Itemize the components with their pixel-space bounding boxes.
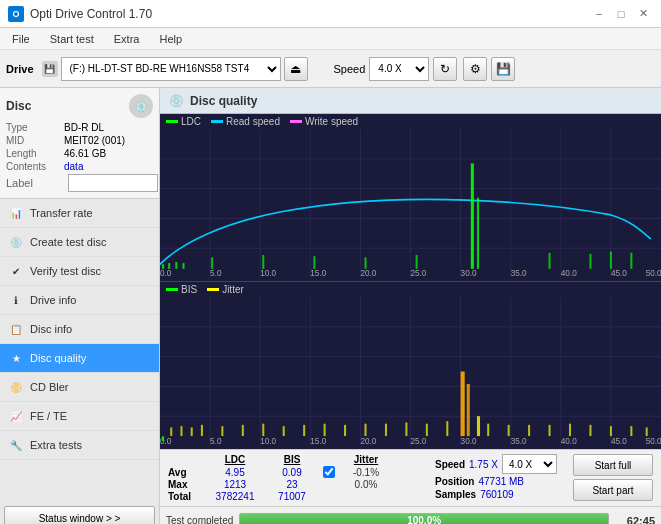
bis-legend-dot (166, 288, 178, 291)
sidebar-item-label-drive-info: Drive info (30, 294, 76, 306)
stats-avg-row: Avg 4.95 0.09 -0.1% (168, 466, 427, 478)
svg-text:0.0: 0.0 (160, 435, 171, 446)
svg-rect-39 (162, 264, 164, 269)
sidebar-item-fe-te[interactable]: 📈 FE / TE (0, 402, 159, 431)
read-speed-legend-label: Read speed (226, 116, 280, 127)
disc-header: Disc 💿 (6, 94, 153, 118)
svg-rect-115 (589, 425, 591, 436)
disc-title: Disc (6, 99, 31, 113)
svg-rect-50 (549, 253, 551, 269)
svg-text:45.0: 45.0 (611, 267, 627, 278)
svg-text:40.0: 40.0 (561, 435, 577, 446)
sidebar-item-disc-quality[interactable]: ★ Disc quality (0, 344, 159, 373)
close-button[interactable]: ✕ (633, 5, 653, 23)
svg-text:50.0 GB: 50.0 GB (646, 267, 661, 278)
sidebar-item-cd-bler[interactable]: 📀 CD Bler (0, 373, 159, 402)
disc-section: Disc 💿 Type BD-R DL MID MEIT02 (001) Len… (0, 88, 159, 199)
svg-rect-97 (221, 426, 223, 436)
disc-length-label: Length (6, 148, 64, 159)
samples-row: Samples 760109 (435, 489, 565, 500)
extra-tests-icon: 🔧 (8, 437, 24, 453)
svg-rect-41 (175, 262, 177, 269)
disc-info-icon: 📋 (8, 321, 24, 337)
position-info: Speed 1.75 X 4.0 X Position 47731 MB Sam… (435, 454, 565, 500)
eject-button[interactable]: ⏏ (284, 57, 308, 81)
status-window-button[interactable]: Status window > > (4, 506, 155, 524)
main-layout: Disc 💿 Type BD-R DL MID MEIT02 (001) Len… (0, 88, 661, 524)
sidebar-item-drive-info[interactable]: ℹ Drive info (0, 286, 159, 315)
window-controls: − □ ✕ (589, 5, 653, 23)
speed-label: Speed (334, 63, 366, 75)
stats-avg-label: Avg (168, 467, 203, 478)
menu-bar: File Start test Extra Help (0, 28, 661, 50)
jitter-checkbox[interactable] (323, 466, 335, 478)
disc-type-label: Type (6, 122, 64, 133)
disc-mid-value: MEIT02 (001) (64, 135, 125, 146)
stats-total-label: Total (168, 491, 203, 502)
menu-start-test[interactable]: Start test (42, 31, 102, 47)
speed-select[interactable]: 4.0 X (369, 57, 429, 81)
sidebar-item-disc-info[interactable]: 📋 Disc info (0, 315, 159, 344)
drive-select[interactable]: (F:) HL-DT-ST BD-RE WH16NS58 TST4 (61, 57, 281, 81)
maximize-button[interactable]: □ (611, 5, 631, 23)
svg-text:15.0: 15.0 (310, 267, 326, 278)
cd-bler-icon: 📀 (8, 379, 24, 395)
label-input[interactable] (68, 174, 158, 192)
speed-dropdown[interactable]: 4.0 X (502, 454, 557, 474)
start-part-button[interactable]: Start part (573, 479, 653, 501)
sidebar-item-transfer-rate[interactable]: 📊 Transfer rate (0, 199, 159, 228)
svg-rect-103 (344, 425, 346, 436)
app-title: Opti Drive Control 1.70 (30, 7, 152, 21)
svg-text:20.0: 20.0 (360, 267, 376, 278)
svg-rect-47 (313, 256, 315, 269)
svg-rect-112 (528, 425, 530, 436)
svg-rect-104 (364, 424, 366, 436)
disc-contents-row: Contents data (6, 161, 153, 172)
menu-file[interactable]: File (4, 31, 38, 47)
toolbar: Drive 💾 (F:) HL-DT-ST BD-RE WH16NS58 TST… (0, 50, 661, 88)
sidebar-item-label-disc-quality: Disc quality (30, 352, 86, 364)
verify-test-disc-icon: ✔ (8, 263, 24, 279)
sidebar-item-extra-tests[interactable]: 🔧 Extra tests (0, 431, 159, 460)
svg-text:25.0: 25.0 (411, 435, 427, 446)
svg-rect-92 (467, 384, 470, 436)
stats-check-spacer (319, 454, 339, 465)
bottom-chart: BIS Jitter (160, 282, 661, 449)
samples-val: 760109 (480, 489, 513, 500)
jitter-legend: Jitter (207, 284, 244, 295)
minimize-button[interactable]: − (589, 5, 609, 23)
save-button[interactable]: 💾 (491, 57, 515, 81)
svg-text:45.0: 45.0 (611, 435, 627, 446)
sidebar-item-verify-test-disc[interactable]: ✔ Verify test disc (0, 257, 159, 286)
svg-text:50.0 GB: 50.0 GB (646, 435, 661, 446)
jitter-legend-label: Jitter (222, 284, 244, 295)
svg-rect-99 (262, 424, 264, 436)
jitter-checkbox-area (319, 466, 339, 478)
position-val: 47731 MB (478, 476, 524, 487)
svg-rect-106 (405, 422, 407, 436)
svg-text:30.0: 30.0 (461, 435, 477, 446)
read-speed-legend: Read speed (211, 116, 280, 127)
sidebar: Disc 💿 Type BD-R DL MID MEIT02 (001) Len… (0, 88, 160, 524)
title-bar: O Opti Drive Control 1.70 − □ ✕ (0, 0, 661, 28)
sidebar-item-label-disc-info: Disc info (30, 323, 72, 335)
stats-header-row: LDC BIS Jitter (168, 454, 427, 465)
refresh-button[interactable]: ↻ (433, 57, 457, 81)
svg-rect-52 (610, 252, 612, 269)
sidebar-item-create-test-disc[interactable]: 💿 Create test disc (0, 228, 159, 257)
drive-icon: 💾 (42, 61, 58, 77)
svg-rect-48 (364, 257, 366, 268)
settings-button[interactable]: ⚙ (463, 57, 487, 81)
app-icon: O (8, 6, 24, 22)
ldc-legend: LDC (166, 116, 201, 127)
svg-rect-93 (170, 427, 172, 436)
svg-rect-43 (471, 163, 474, 268)
svg-rect-49 (416, 255, 418, 269)
svg-rect-45 (211, 257, 213, 268)
start-full-button[interactable]: Start full (573, 454, 653, 476)
svg-text:5.0: 5.0 (210, 435, 221, 446)
action-buttons: Start full Start part (573, 454, 653, 501)
menu-extra[interactable]: Extra (106, 31, 148, 47)
position-row: Position 47731 MB (435, 476, 565, 487)
menu-help[interactable]: Help (151, 31, 190, 47)
